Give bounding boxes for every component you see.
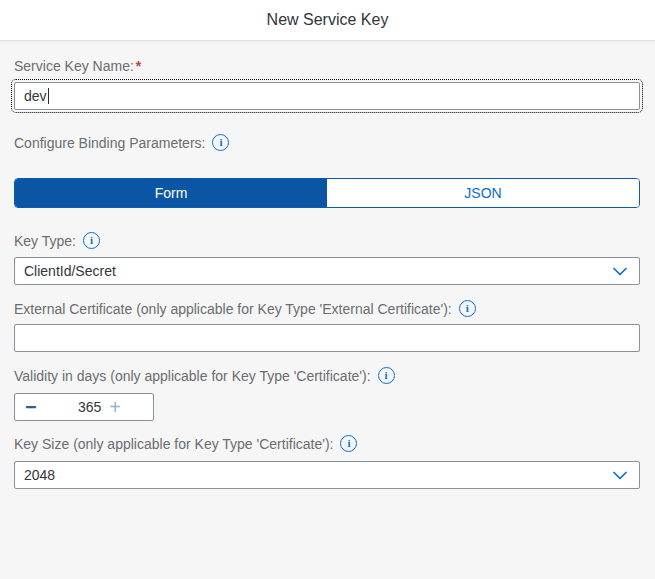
key-type-select[interactable]: ClientId/Secret [14,257,640,285]
chevron-down-icon [613,471,627,480]
key-size-select[interactable]: 2048 [14,461,640,489]
service-key-name-label: Service Key Name:* [14,58,640,74]
validity-days-value[interactable]: 365 [37,399,110,415]
dialog-header: New Service Key [0,0,655,41]
required-asterisk: * [136,58,141,74]
info-icon[interactable]: i [459,300,476,317]
external-certificate-input[interactable] [14,324,640,352]
info-icon[interactable]: i [378,367,395,384]
service-key-name-input[interactable]: dev [14,82,640,110]
external-certificate-label: External Certificate (only applicable fo… [14,300,640,317]
validity-days-label: Validity in days (only applicable for Ke… [14,367,640,384]
key-type-label: Key Type: i [14,232,640,249]
binding-view-toggle: Form JSON [14,178,640,208]
validity-days-stepper: − 365 + [14,393,154,421]
dialog-content: Service Key Name:* dev Configure Binding… [0,58,655,489]
segment-form[interactable]: Form [15,179,327,207]
info-icon[interactable]: i [212,134,229,151]
dialog-title: New Service Key [267,11,389,29]
info-icon[interactable]: i [340,435,357,452]
chevron-down-icon [613,267,627,276]
key-size-value: 2048 [24,467,55,483]
decrement-button[interactable]: − [25,397,37,417]
text-caret [48,88,49,104]
segment-json[interactable]: JSON [327,179,639,207]
service-key-name-value: dev [24,88,47,104]
configure-binding-label: Configure Binding Parameters: i [14,134,640,151]
key-type-value: ClientId/Secret [24,263,116,279]
key-size-label: Key Size (only applicable for Key Type '… [14,435,640,452]
info-icon[interactable]: i [83,232,100,249]
increment-button[interactable]: + [109,397,121,417]
